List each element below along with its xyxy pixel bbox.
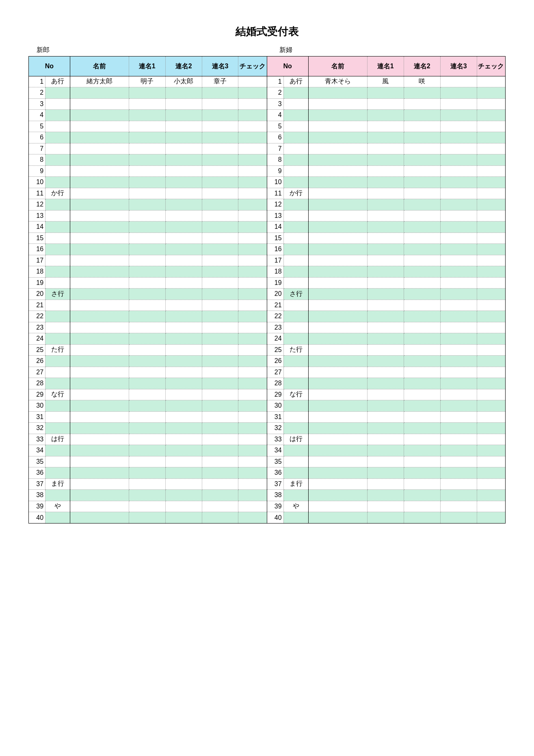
col-name: 名前: [308, 56, 367, 76]
guest-name: [70, 188, 129, 199]
row-number: 25: [29, 344, 45, 356]
joint-name-1: [367, 378, 404, 389]
joint-name-3: [202, 300, 238, 311]
check-cell: [477, 478, 505, 490]
table-row: 20さ行: [29, 289, 267, 300]
check-cell: [477, 322, 505, 333]
table-row: 12: [29, 199, 267, 211]
joint-name-1: [129, 232, 165, 244]
table-row: 39や: [267, 501, 506, 512]
table-row: 32: [267, 423, 506, 434]
joint-name-3: [202, 232, 238, 244]
kana-group: [45, 87, 70, 99]
col-name: 名前: [70, 56, 129, 76]
joint-name-1: [367, 110, 404, 121]
joint-name-3: [440, 277, 477, 289]
joint-name-1: [129, 244, 165, 255]
row-number: 31: [267, 411, 284, 423]
joint-name-1: [367, 400, 404, 412]
table-row: 22: [29, 311, 267, 322]
row-number: 13: [29, 210, 45, 222]
row-number: 30: [267, 400, 284, 412]
table-row: 30: [267, 400, 506, 412]
row-number: 18: [29, 266, 45, 278]
table-row: 4: [29, 110, 267, 121]
check-cell: [238, 98, 267, 110]
guest-name: [308, 87, 367, 99]
kana-group: [283, 98, 308, 110]
table-row: 7: [29, 143, 267, 154]
table-row: 11か行: [29, 188, 267, 199]
check-cell: [238, 490, 267, 501]
joint-name-3: [202, 110, 238, 121]
joint-name-1: [129, 456, 165, 467]
kana-group: は行: [45, 434, 70, 445]
row-number: 20: [267, 289, 284, 300]
table-row: 10: [267, 177, 506, 188]
check-cell: [238, 154, 267, 166]
row-number: 22: [267, 311, 284, 322]
row-number: 14: [29, 222, 45, 233]
kana-group: [45, 210, 70, 222]
joint-name-1: [367, 188, 404, 199]
joint-name-3: [440, 378, 477, 389]
row-number: 11: [29, 188, 45, 199]
kana-group: [45, 165, 70, 177]
table-row: 10: [29, 177, 267, 188]
joint-name-3: [440, 76, 477, 87]
joint-name-1: [367, 132, 404, 143]
row-number: 24: [267, 333, 284, 345]
kana-group: [45, 154, 70, 166]
table-row: 13: [267, 210, 506, 222]
check-cell: [238, 434, 267, 445]
joint-name-1: [367, 490, 404, 501]
joint-name-1: [367, 356, 404, 367]
joint-name-3: [202, 367, 238, 378]
table-row: 19: [29, 277, 267, 289]
col-ren2: 連名2: [404, 56, 440, 76]
kana-group: [45, 132, 70, 143]
check-cell: [238, 445, 267, 456]
guest-name: [70, 143, 129, 154]
guest-name: [308, 411, 367, 423]
joint-name-1: [367, 177, 404, 188]
joint-name-3: [202, 266, 238, 278]
kana-group: [283, 277, 308, 289]
col-ren1: 連名1: [367, 56, 404, 76]
table-row: 16: [29, 244, 267, 255]
kana-group: [45, 356, 70, 367]
check-cell: [477, 244, 505, 255]
check-cell: [238, 121, 267, 132]
joint-name-3: [202, 87, 238, 99]
kana-group: た行: [283, 344, 308, 356]
row-number: 12: [267, 199, 284, 211]
guest-name: 青木そら: [308, 76, 367, 87]
joint-name-2: [404, 289, 440, 300]
table-row: 18: [267, 266, 506, 278]
table-row: 1あ行緒方太郎明子小太郎章子: [29, 76, 267, 87]
joint-name-3: [202, 154, 238, 166]
col-check: チェック: [238, 56, 267, 76]
check-cell: [238, 244, 267, 255]
kana-group: [45, 143, 70, 154]
check-cell: [477, 512, 505, 524]
kana-group: [45, 322, 70, 333]
table-row: 24: [29, 333, 267, 345]
table-row: 15: [267, 232, 506, 244]
table-row: 16: [267, 244, 506, 255]
row-number: 4: [267, 110, 284, 121]
kana-group: [45, 244, 70, 255]
kana-group: あ行: [45, 76, 70, 87]
joint-name-1: [129, 389, 165, 400]
joint-name-1: [129, 165, 165, 177]
joint-name-2: [404, 512, 440, 524]
joint-name-2: [165, 389, 202, 400]
joint-name-2: [165, 512, 202, 524]
joint-name-2: [404, 222, 440, 233]
kana-group: [283, 244, 308, 255]
joint-name-2: [404, 423, 440, 434]
joint-name-3: [440, 177, 477, 188]
joint-name-1: [129, 411, 165, 423]
joint-name-3: [440, 501, 477, 512]
groom-label: 新郎: [28, 46, 267, 56]
